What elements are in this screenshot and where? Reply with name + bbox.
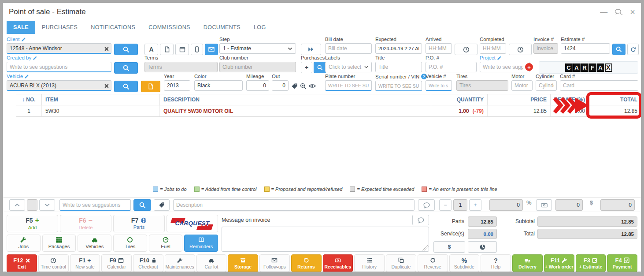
tab-commissions[interactable]: COMMISSIONS <box>142 21 197 34</box>
tag-button[interactable] <box>154 199 170 211</box>
purchases-add-button[interactable]: + <box>301 62 312 73</box>
edit-icon[interactable] <box>33 56 37 60</box>
checkout-button[interactable]: F10Checkout <box>133 254 163 272</box>
message-textarea[interactable] <box>222 227 429 252</box>
parts-button[interactable]: F7 Parts <box>113 215 165 232</box>
item-search-input[interactable] <box>59 199 131 211</box>
new-estimate-button[interactable]: F3+ Estimate <box>576 254 606 272</box>
labels-select[interactable]: Click to select <box>325 62 372 72</box>
project-input[interactable] <box>480 62 530 72</box>
vehicle-no-input[interactable] <box>426 80 452 91</box>
time-control-button[interactable]: Time control <box>38 254 69 272</box>
maintenances-button[interactable]: Maintenances <box>165 254 195 272</box>
vin-input[interactable] <box>375 81 422 91</box>
color-input[interactable] <box>194 80 243 91</box>
catalog-tab-vehicles[interactable]: Vehicles <box>78 235 111 252</box>
po-input[interactable] <box>426 62 477 72</box>
help-button[interactable]: ?Help <box>481 254 511 272</box>
tab-purchases[interactable]: PURCHASES <box>35 21 84 34</box>
history-button[interactable]: History <box>354 254 385 272</box>
duplicate-button[interactable]: Duplicate <box>386 254 416 272</box>
delivery-button[interactable]: Delivery <box>512 254 543 272</box>
catalog-tab-reminders[interactable]: Reminders <box>184 235 218 252</box>
amount-input[interactable] <box>600 199 635 211</box>
clear-client-icon[interactable] <box>104 45 109 52</box>
delete-line-button[interactable]: F6− Delete <box>60 215 111 232</box>
eye-icon[interactable] <box>309 82 316 90</box>
minimize-button[interactable]: — <box>600 8 607 16</box>
col-price[interactable]: PRICE <box>488 94 551 105</box>
arrived-clock-button[interactable] <box>455 44 477 55</box>
col-quantity[interactable]: QUANTITY <box>431 94 488 105</box>
email-button[interactable] <box>205 44 218 55</box>
receivables-button[interactable]: Receivables <box>323 254 353 272</box>
completed-clock-button[interactable] <box>509 44 532 55</box>
discount-input[interactable] <box>555 199 583 211</box>
returns-button[interactable]: Returns <box>291 254 322 272</box>
created-by-input[interactable] <box>7 62 111 72</box>
step-select[interactable]: 1 - Estimate <box>219 43 296 54</box>
description-input[interactable] <box>173 199 415 211</box>
year-input[interactable] <box>164 80 190 91</box>
project-add-icon[interactable]: + <box>525 63 533 71</box>
col-description[interactable]: DESCRIPTION <box>160 94 431 105</box>
rebate-percent-input[interactable] <box>489 199 523 211</box>
created-by-search-button[interactable] <box>114 62 138 74</box>
col-no[interactable]: ↓NO. <box>16 94 42 105</box>
vehicle-input[interactable] <box>7 80 111 91</box>
zoom-plus-icon[interactable] <box>300 83 307 90</box>
tab-documents[interactable]: DOCUMENTS <box>197 21 247 34</box>
title-input[interactable] <box>375 62 422 72</box>
move-down-button[interactable] <box>39 199 55 211</box>
bill-date-input[interactable] <box>325 43 372 54</box>
plate-input[interactable] <box>325 80 372 91</box>
message-comment-button[interactable] <box>412 215 429 225</box>
expected-input[interactable] <box>375 43 422 54</box>
cylinder-input[interactable] <box>536 80 557 91</box>
edit-icon[interactable] <box>21 37 26 42</box>
clear-vehicle-icon[interactable] <box>104 82 109 89</box>
item-search-button[interactable] <box>133 199 151 211</box>
motor-input[interactable] <box>511 80 533 91</box>
purchases-search-button[interactable] <box>314 62 326 73</box>
move-up-button[interactable] <box>9 199 25 211</box>
qty-input[interactable] <box>453 199 467 211</box>
work-order-button[interactable]: F11+ Work order <box>544 254 574 272</box>
directory-button[interactable]: A <box>144 44 158 55</box>
table-row[interactable]: 1 5W30 QUALITY 5W30 MOTOR OIL 1.00(-79) … <box>16 105 641 117</box>
reverse-button[interactable]: Reverse <box>418 254 448 272</box>
dollar-toggle-button[interactable]: $ <box>433 241 465 253</box>
carfax-panel[interactable]: CARFAX <box>539 61 638 74</box>
catalog-tab-tires[interactable]: Tires <box>113 235 147 252</box>
estimate-input[interactable] <box>561 43 610 54</box>
col-total[interactable]: TOTAL <box>589 94 641 105</box>
new-sale-button[interactable]: F1+New sale <box>70 254 100 272</box>
client-input[interactable] <box>7 43 111 54</box>
qty-minus-button[interactable]: − <box>439 199 452 211</box>
arrived-input[interactable] <box>426 43 452 54</box>
out-input[interactable] <box>272 80 289 91</box>
edit-icon[interactable] <box>24 74 29 79</box>
completed-input[interactable] <box>480 43 506 54</box>
storage-button[interactable]: Storage <box>228 254 258 272</box>
tab-notifications[interactable]: NOTIFICATIONS <box>84 21 142 34</box>
mileage-input[interactable] <box>246 80 269 91</box>
subdivide-button[interactable]: %Subdivide <box>449 254 480 272</box>
catalog-tab-jobs[interactable]: Jobs <box>7 235 41 252</box>
estimate-search-button[interactable] <box>612 44 625 55</box>
money-button[interactable] <box>536 199 552 211</box>
refresh-button[interactable] <box>627 44 639 55</box>
edit-icon[interactable] <box>497 56 502 60</box>
col-item[interactable]: ITEM <box>42 94 160 105</box>
payment-button[interactable]: F4Payment <box>607 254 637 272</box>
col-rebate[interactable]: REBATE (%) <box>551 94 589 105</box>
tab-log[interactable]: LOG <box>247 21 273 34</box>
tag-icon[interactable] <box>291 83 298 90</box>
exit-button[interactable]: F12Exit <box>7 254 37 272</box>
chat-icon[interactable] <box>614 9 623 15</box>
close-button[interactable]: × <box>630 7 635 16</box>
calendar-button[interactable]: F9Calendar <box>101 254 132 272</box>
note-button[interactable] <box>160 44 174 55</box>
card-input[interactable] <box>560 80 638 91</box>
car-lot-button[interactable]: Car lot <box>196 254 227 272</box>
